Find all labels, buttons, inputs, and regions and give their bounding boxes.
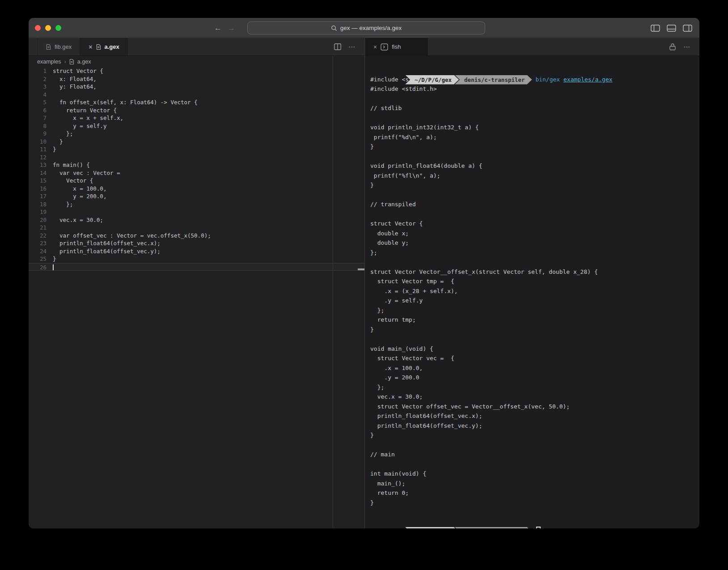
terminal-line: return 0; bbox=[370, 488, 699, 498]
terminal-line-text: struct Vector vec = { bbox=[370, 355, 454, 362]
terminal-line: }; bbox=[370, 248, 699, 258]
terminal-line-text: // transpiled bbox=[370, 201, 416, 208]
terminal-line: struct Vector vec = { bbox=[370, 353, 699, 363]
code-editor[interactable]: 1struct Vector { 2 x: Float64, 3 y: Floa… bbox=[29, 67, 364, 271]
terminal-line bbox=[370, 257, 699, 267]
terminal-line: }; bbox=[370, 383, 699, 392]
terminal-line: main_(); bbox=[370, 479, 699, 489]
terminal-line-text: return 0; bbox=[370, 489, 409, 496]
tab-a-gex[interactable]: × a.gex bbox=[80, 38, 127, 55]
line-number: 9 bbox=[29, 130, 47, 138]
terminal-line: printf("%fl\n", a); bbox=[370, 171, 699, 181]
terminal-line bbox=[370, 334, 699, 344]
code-text: } bbox=[53, 138, 63, 146]
terminal-line: struct Vector { bbox=[370, 219, 699, 229]
terminal-line-text: } bbox=[370, 432, 374, 438]
line-number: 21 bbox=[29, 224, 47, 232]
terminal-prompt-line: ~/D/P/G/gexdenis/c-transpiler bbox=[370, 517, 699, 527]
line-number: 15 bbox=[29, 177, 47, 185]
terminal-line: #include <stdint.h> bbox=[370, 84, 699, 94]
terminal-line: // main bbox=[370, 450, 699, 459]
terminal-line-text: println_float64(offset_vec.y); bbox=[370, 422, 482, 429]
terminal-prompt-line: ~/D/P/G/gexdenis/c-transpiler bin/gex ex… bbox=[370, 65, 699, 75]
toggle-bottom-dock-icon[interactable] bbox=[667, 25, 676, 32]
app-window: ← → gex — examples/a.gex fib.gex × bbox=[29, 18, 699, 528]
terminal-line-text: #include <stdint.h> bbox=[370, 85, 437, 92]
tab-fish-terminal[interactable]: × fish bbox=[365, 38, 428, 55]
terminal-line-text: vec.x = 30.0; bbox=[370, 393, 423, 400]
terminal-line bbox=[370, 190, 699, 200]
terminal-line bbox=[370, 152, 699, 162]
terminal-line: struct Vector offset_vec = Vector__offse… bbox=[370, 402, 699, 412]
terminal-line: } bbox=[370, 142, 699, 152]
terminal-line-text: printf("%fl\n", a); bbox=[370, 172, 440, 179]
terminal-line: void println_float64(double a) { bbox=[370, 161, 699, 171]
close-window-button[interactable] bbox=[35, 25, 41, 31]
terminal-line: } bbox=[370, 498, 699, 508]
terminal-line-text: // stdlib bbox=[370, 105, 402, 111]
scrollbar-cursor-marker[interactable] bbox=[358, 268, 364, 270]
terminal-line-text: double x; bbox=[370, 230, 409, 237]
window-title-search[interactable]: gex — examples/a.gex bbox=[247, 21, 485, 34]
zoom-window-button[interactable] bbox=[55, 25, 61, 31]
close-tab-icon[interactable]: × bbox=[89, 43, 92, 51]
lock-icon[interactable] bbox=[669, 43, 676, 51]
split-pane-icon[interactable] bbox=[334, 43, 341, 50]
terminal-line-text: } bbox=[370, 143, 374, 150]
terminal-line: vec.x = 30.0; bbox=[370, 392, 699, 402]
terminal-line: println_float64(offset_vec.y); bbox=[370, 421, 699, 431]
terminal-line: // transpiled bbox=[370, 200, 699, 209]
minimize-window-button[interactable] bbox=[45, 25, 51, 31]
code-text: println_float64(offset_vec.x); bbox=[53, 239, 161, 247]
terminal-line-text: void println_float64(double a) { bbox=[370, 162, 482, 169]
terminal-line bbox=[370, 440, 699, 450]
terminal-line-text: struct Vector { bbox=[370, 220, 423, 227]
line-number: 22 bbox=[29, 232, 47, 240]
line-number: 16 bbox=[29, 185, 47, 193]
line-number: 20 bbox=[29, 216, 47, 224]
terminal-line-text: .y = self.y bbox=[370, 297, 423, 304]
editor-more-menu-icon[interactable]: ⋯ bbox=[348, 43, 356, 51]
breadcrumb-file: a.gex bbox=[77, 59, 91, 65]
terminal-line-text: } bbox=[370, 182, 374, 188]
code-text bbox=[53, 264, 54, 271]
terminal-line-text: .y = 200.0 bbox=[370, 374, 419, 381]
line-number: 26 bbox=[29, 264, 47, 271]
terminal-line bbox=[370, 507, 699, 517]
tab-fib-gex[interactable]: fib.gex bbox=[38, 38, 80, 55]
terminal-output[interactable]: ~/D/P/G/gexdenis/c-transpiler bin/gex ex… bbox=[365, 56, 699, 528]
code-text: println_float64(offset_vec.y); bbox=[53, 247, 161, 255]
toggle-right-dock-icon[interactable] bbox=[683, 25, 692, 32]
terminal-line: .y = 200.0 bbox=[370, 373, 699, 383]
code-text: x: Float64, bbox=[53, 75, 97, 83]
code-line: 16 x = 100.0, bbox=[29, 185, 364, 193]
code-line: 13fn main() { bbox=[29, 161, 364, 169]
terminal-output-lines: #include <stdio.h> #include <stdint.h> /… bbox=[370, 75, 699, 517]
terminal-cursor bbox=[536, 527, 541, 528]
line-number: 4 bbox=[29, 91, 47, 99]
code-line: 5 fn offset_x(self, x: Float64) -> Vecto… bbox=[29, 98, 364, 106]
breadcrumb[interactable]: examples › a.gex bbox=[29, 56, 364, 67]
code-line: 3 y: Float64, bbox=[29, 83, 364, 91]
search-icon bbox=[331, 25, 337, 31]
terminal-line: .x = (x_28 + self.x), bbox=[370, 286, 699, 296]
file-icon bbox=[69, 59, 74, 65]
back-button[interactable]: ← bbox=[214, 24, 222, 33]
line-number: 6 bbox=[29, 106, 47, 115]
terminal-more-menu-icon[interactable]: ⋯ bbox=[683, 43, 690, 51]
editor-pane: fib.gex × a.gex ⋯ examples › a.gex bbox=[29, 38, 364, 528]
command-arg-link[interactable]: examples/a.gex bbox=[563, 76, 613, 83]
close-tab-icon[interactable]: × bbox=[373, 43, 377, 51]
tab-label: fish bbox=[392, 43, 401, 50]
terminal-line: } bbox=[370, 180, 699, 190]
tab-label: a.gex bbox=[105, 43, 119, 50]
code-line: 14 var vec : Vector = bbox=[29, 169, 364, 177]
toggle-left-dock-icon[interactable] bbox=[651, 25, 660, 32]
prompt-git-branch-segment: denis/c-transpiler bbox=[455, 75, 532, 85]
window-controls bbox=[35, 25, 61, 31]
code-text: struct Vector { bbox=[53, 67, 103, 75]
terminal-line: return tmp; bbox=[370, 315, 699, 325]
forward-button[interactable]: → bbox=[228, 24, 235, 33]
terminal-line: .y = self.y bbox=[370, 296, 699, 306]
code-text: }; bbox=[53, 200, 73, 208]
